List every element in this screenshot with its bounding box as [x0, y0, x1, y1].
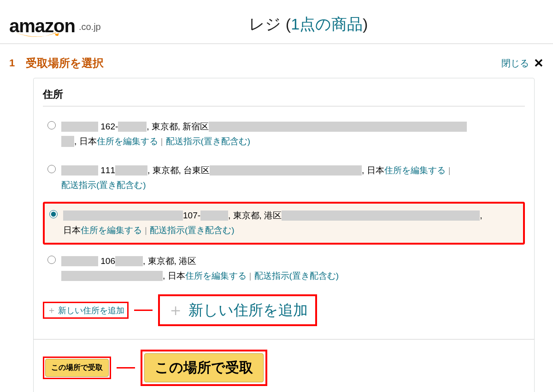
callout-connector — [117, 367, 135, 369]
step-number: 1 — [9, 57, 26, 69]
add-new-address-callout: ＋ 新しい住所を追加 — [158, 294, 317, 326]
delivery-instructions-link[interactable]: 配送指示(置き配含む) — [150, 223, 235, 238]
amazon-smile-icon — [14, 31, 60, 40]
edit-address-link[interactable]: 住所を編集する — [185, 269, 247, 283]
redacted-street — [209, 122, 467, 132]
logo-text: amazon — [9, 17, 75, 35]
logo-suffix: .co.jp — [79, 22, 101, 35]
confirm-callout: この場所で受取 — [141, 350, 267, 386]
edit-address-link[interactable]: 住所を編集する — [97, 134, 158, 149]
redacted-box — [61, 136, 74, 147]
plus-icon: ＋ — [167, 299, 184, 322]
edit-address-link[interactable]: 住所を編集する — [384, 163, 446, 178]
callout-connector — [134, 310, 153, 311]
delivery-instructions-link[interactable]: 配送指示(置き配含む) — [166, 134, 251, 149]
delivery-instructions-link[interactable]: 配送指示(置き配含む) — [254, 269, 339, 283]
address-radio[interactable] — [49, 210, 58, 218]
redacted-name — [63, 211, 183, 221]
redacted-zip — [200, 211, 228, 221]
add-new-address-button[interactable]: ＋ 新しい住所を追加 — [43, 302, 129, 319]
logo: amazon .co.jp — [9, 17, 101, 35]
page-title: レジ (1点の商品) — [249, 14, 395, 35]
redacted-street — [210, 165, 362, 176]
redacted-name — [61, 256, 98, 266]
address-radio[interactable] — [47, 121, 56, 129]
confirm-button[interactable]: この場所で受取 — [45, 359, 109, 377]
redacted-name — [61, 122, 98, 132]
close-icon[interactable]: ✕ — [534, 56, 544, 70]
redacted-zip — [118, 122, 147, 132]
redacted-name — [61, 165, 98, 176]
redacted-street — [61, 271, 163, 281]
redacted-zip — [115, 256, 143, 266]
address-radio[interactable] — [47, 256, 56, 264]
step-header: 1 受取場所を選択 閉じる ✕ — [0, 44, 553, 78]
redacted-street — [282, 211, 480, 221]
close-button[interactable]: 閉じる ✕ — [501, 56, 544, 70]
address-option[interactable]: 111 , 東京都, 台東区 , 日本 住所を編集する | 配送指示(置き配含む… — [43, 158, 525, 198]
redacted-zip — [115, 165, 147, 176]
address-radio[interactable] — [47, 165, 56, 173]
confirm-button-wrap: この場所で受取 — [43, 357, 111, 379]
header: amazon .co.jp レジ (1点の商品) — [0, 0, 553, 44]
plus-icon: ＋ — [47, 304, 56, 316]
address-panel: 住所 162- , 東京都, 新宿区 , 日本 住所を編集する | 配送指示(置… — [33, 78, 535, 392]
confirm-button-large: この場所で受取 — [144, 353, 264, 382]
delivery-instructions-link[interactable]: 配送指示(置き配含む) — [61, 178, 146, 193]
step-title: 受取場所を選択 — [26, 56, 501, 70]
close-label: 閉じる — [501, 57, 529, 70]
add-new-address-row: ＋ 新しい住所を追加 ＋ 新しい住所を追加 — [43, 294, 525, 326]
address-option[interactable]: 162- , 東京都, 新宿区 , 日本 住所を編集する | 配送指示(置き配含… — [43, 115, 525, 154]
edit-address-link[interactable]: 住所を編集する — [81, 223, 142, 238]
address-option-selected[interactable]: 107- , 東京都, 港区 , 日本 住所を編集する | 配送指示(置き配含む… — [43, 202, 525, 245]
panel-heading: 住所 — [43, 88, 525, 106]
address-option[interactable]: 106 , 東京都, 港区 , 日本 住所を編集する | 配送指示(置き配含む) — [43, 249, 525, 288]
confirm-row: この場所で受取 この場所で受取 — [43, 339, 525, 386]
